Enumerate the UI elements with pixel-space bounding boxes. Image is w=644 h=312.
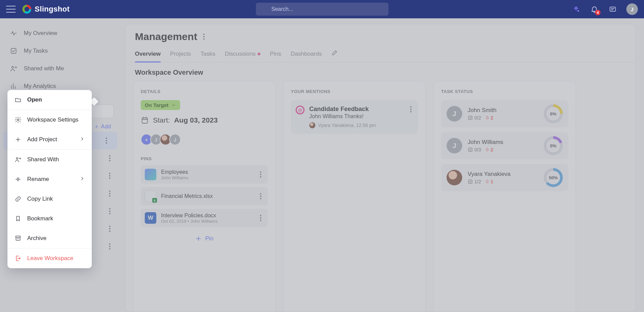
svg-point-8 bbox=[17, 119, 19, 121]
menu-open[interactable]: Open bbox=[7, 90, 92, 110]
notification-badge: 4 bbox=[595, 10, 601, 15]
svg-rect-10 bbox=[16, 236, 20, 237]
archive-icon bbox=[14, 235, 22, 242]
menu-label: Leave Workspace bbox=[27, 255, 73, 262]
menu-label: Archive bbox=[27, 235, 47, 242]
bookmark-icon bbox=[14, 215, 22, 222]
messages-button[interactable] bbox=[608, 4, 617, 14]
svg-point-0 bbox=[262, 7, 266, 11]
menu-label: Shared With bbox=[27, 156, 59, 163]
menu-bookmark[interactable]: Bookmark bbox=[7, 209, 92, 228]
link-icon bbox=[14, 195, 22, 203]
notifications-button[interactable]: 4 bbox=[590, 4, 599, 14]
gear-icon bbox=[14, 116, 22, 124]
menu-rename[interactable]: Rename bbox=[7, 169, 92, 189]
app-name: Slingshot bbox=[35, 5, 70, 14]
topbar-actions: 4 J bbox=[571, 3, 638, 15]
menu-add-project[interactable]: Add Project bbox=[7, 130, 92, 149]
menu-shared-with[interactable]: Shared With bbox=[7, 150, 92, 169]
shared-icon bbox=[14, 156, 22, 163]
chevron-right-icon bbox=[80, 136, 85, 143]
menu-archive[interactable]: Archive bbox=[7, 228, 92, 248]
menu-label: Workspace Settings bbox=[27, 116, 79, 123]
hamburger-menu[interactable] bbox=[6, 6, 16, 13]
folder-open-icon bbox=[14, 96, 22, 104]
menu-label: Open bbox=[27, 96, 42, 103]
plus-icon bbox=[14, 136, 22, 143]
sparkle-button[interactable] bbox=[571, 4, 581, 14]
leave-icon bbox=[14, 255, 22, 262]
rename-icon bbox=[14, 176, 22, 183]
global-search[interactable] bbox=[256, 3, 388, 16]
svg-rect-1 bbox=[610, 7, 616, 12]
menu-label: Bookmark bbox=[27, 215, 53, 222]
chevron-right-icon bbox=[80, 176, 85, 183]
app-logo[interactable]: Slingshot bbox=[22, 5, 70, 14]
top-bar: Slingshot 4 J bbox=[0, 0, 644, 18]
menu-label: Add Project bbox=[27, 136, 57, 143]
menu-copy-link[interactable]: Copy Link bbox=[7, 189, 92, 209]
workspace-context-menu: Open Workspace Settings Add Project Shar… bbox=[7, 90, 92, 268]
search-input[interactable] bbox=[272, 6, 384, 12]
sparkle-icon bbox=[572, 5, 580, 13]
logo-mark-icon bbox=[22, 5, 31, 14]
modal-scrim[interactable] bbox=[0, 18, 644, 312]
message-icon bbox=[609, 5, 616, 13]
svg-point-9 bbox=[16, 158, 18, 159]
menu-workspace-settings[interactable]: Workspace Settings bbox=[7, 110, 92, 130]
menu-leave-workspace[interactable]: Leave Workspace bbox=[7, 249, 92, 268]
menu-label: Copy Link bbox=[27, 196, 53, 202]
user-avatar[interactable]: J bbox=[626, 3, 638, 15]
menu-label: Rename bbox=[27, 176, 49, 183]
search-icon bbox=[261, 6, 267, 13]
